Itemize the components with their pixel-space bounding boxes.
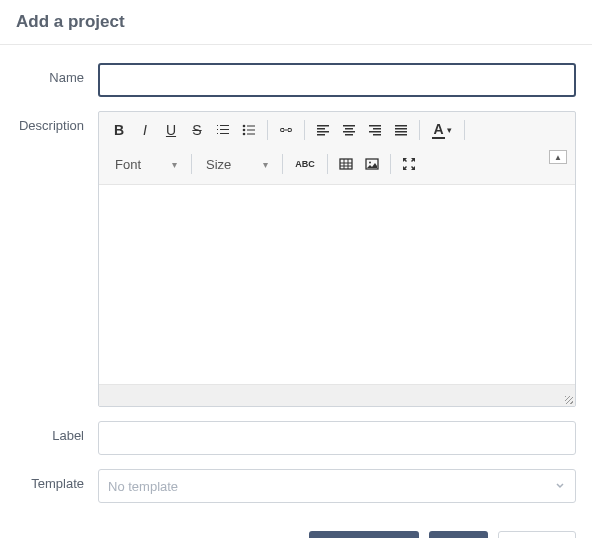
toolbar-separator [464, 120, 465, 140]
toolbar-separator [327, 154, 328, 174]
editor-toolbar-1: B I U S [99, 112, 575, 148]
align-right-icon[interactable] [363, 118, 387, 142]
label-description: Description [16, 111, 98, 133]
row-name: Name [16, 63, 576, 97]
editor-textarea[interactable] [99, 184, 575, 384]
svg-point-1 [243, 129, 246, 132]
bullet-list-icon[interactable] [237, 118, 261, 142]
svg-point-0 [243, 125, 246, 128]
dialog-title: Add a project [16, 12, 576, 32]
svg-point-2 [243, 133, 246, 136]
label-input[interactable] [98, 421, 576, 455]
add-another-button[interactable]: Add another [309, 531, 419, 538]
text-color-icon[interactable]: A▾ [426, 118, 458, 142]
resize-handle[interactable] [561, 392, 575, 406]
align-left-icon[interactable] [311, 118, 335, 142]
image-icon[interactable] [360, 152, 384, 176]
toolbar-separator [304, 120, 305, 140]
row-template: Template No template [16, 469, 576, 503]
spellcheck-icon[interactable]: ABС [289, 152, 321, 176]
row-label: Label [16, 421, 576, 455]
editor-statusbar [99, 384, 575, 406]
size-label: Size [206, 157, 231, 172]
underline-icon[interactable]: U [159, 118, 183, 142]
toolbar-separator [419, 120, 420, 140]
svg-rect-3 [340, 159, 352, 169]
numbered-list-icon[interactable] [211, 118, 235, 142]
dialog-header: Add a project [0, 0, 592, 45]
collapse-toolbar-icon[interactable]: ▲ [549, 150, 567, 164]
editor-toolbar-2: Font▾ Size▾ ABС [99, 148, 575, 184]
toolbar-separator [191, 154, 192, 174]
align-justify-icon[interactable] [389, 118, 413, 142]
rich-text-editor: B I U S [98, 111, 576, 407]
toolbar-separator [282, 154, 283, 174]
table-icon[interactable] [334, 152, 358, 176]
svg-point-5 [369, 162, 371, 164]
template-placeholder: No template [108, 479, 178, 494]
label-label: Label [16, 421, 98, 443]
template-select[interactable]: No template [98, 469, 576, 503]
font-family-select[interactable]: Font▾ [107, 152, 185, 176]
name-input[interactable] [98, 63, 576, 97]
strikethrough-icon[interactable]: S [185, 118, 209, 142]
row-description: Description B I U S [16, 111, 576, 407]
bold-icon[interactable]: B [107, 118, 131, 142]
italic-icon[interactable]: I [133, 118, 157, 142]
maximize-icon[interactable] [397, 152, 421, 176]
add-button[interactable]: Add [429, 531, 488, 538]
label-template: Template [16, 469, 98, 491]
chevron-down-icon [554, 479, 566, 494]
align-center-icon[interactable] [337, 118, 361, 142]
link-icon[interactable] [274, 118, 298, 142]
font-label: Font [115, 157, 141, 172]
toolbar-separator [390, 154, 391, 174]
font-size-select[interactable]: Size▾ [198, 152, 276, 176]
cancel-button[interactable]: Cancel [498, 531, 576, 538]
toolbar-separator [267, 120, 268, 140]
dialog-actions: Add another Add Cancel [0, 517, 592, 538]
form: Name Description B I U S [0, 45, 592, 503]
label-name: Name [16, 63, 98, 85]
